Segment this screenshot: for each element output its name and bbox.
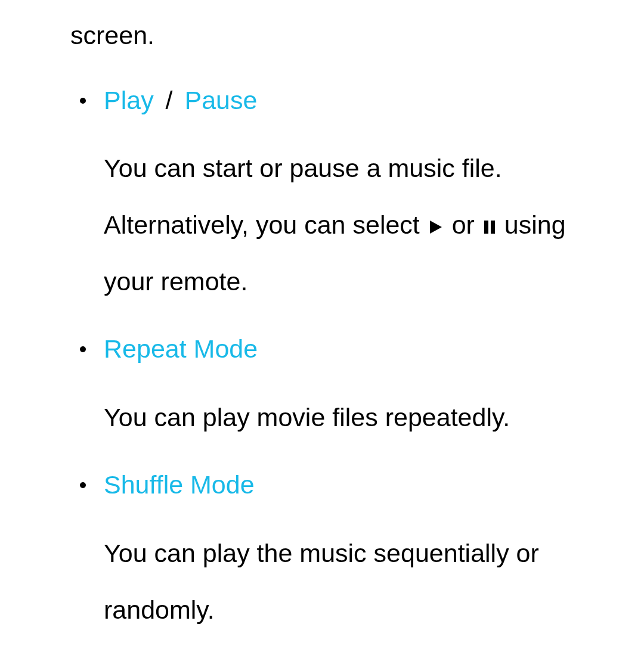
- document-page: screen. Play / Pause You can start or pa…: [0, 0, 644, 658]
- item-title: Repeat Mode: [104, 333, 608, 365]
- item-title: Play / Pause: [104, 85, 608, 117]
- item-description: You can play movie files repeatedly.: [104, 389, 608, 446]
- list-item: Repeat Mode You can play movie files rep…: [70, 333, 608, 445]
- pause-label: Pause: [185, 86, 258, 114]
- item-description: You can start or pause a music file. Alt…: [104, 140, 608, 309]
- svg-marker-0: [430, 221, 442, 234]
- feature-list: Play / Pause You can start or pause a mu…: [70, 85, 608, 658]
- lead-fragment: screen.: [70, 20, 608, 51]
- title-separator: /: [161, 86, 178, 114]
- play-icon: [428, 219, 444, 235]
- repeat-mode-label: Repeat Mode: [104, 334, 258, 363]
- item-description: You can play the music sequentially or r…: [104, 525, 608, 638]
- shuffle-mode-label: Shuffle Mode: [104, 470, 255, 499]
- list-item: Play / Pause You can start or pause a mu…: [70, 85, 608, 310]
- item-title: Shuffle Mode: [104, 469, 608, 501]
- desc-text: or: [452, 210, 475, 239]
- list-item: Shuffle Mode You can play the music sequ…: [70, 469, 608, 638]
- play-label: Play: [104, 86, 154, 114]
- svg-rect-2: [491, 221, 495, 234]
- pause-icon: [483, 219, 496, 235]
- svg-rect-1: [484, 221, 488, 234]
